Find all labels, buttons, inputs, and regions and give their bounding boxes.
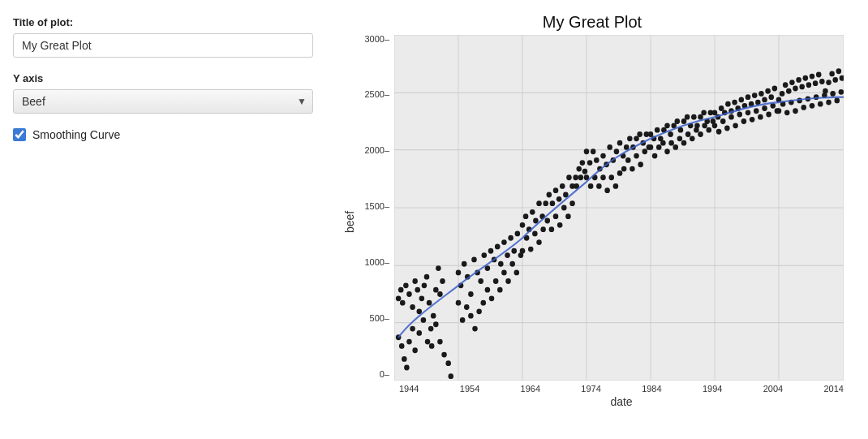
svg-point-233 bbox=[803, 75, 809, 80]
svg-point-78 bbox=[493, 278, 499, 284]
svg-point-37 bbox=[404, 364, 410, 370]
smoothing-checkbox[interactable] bbox=[13, 128, 26, 141]
chart-body: 0– 500– 1000– 1500– 2000– 2500– 3000– bbox=[360, 35, 844, 408]
svg-point-116 bbox=[569, 200, 575, 206]
svg-point-251 bbox=[801, 105, 806, 110]
y-tick: 3000– bbox=[360, 35, 389, 44]
svg-point-132 bbox=[624, 144, 630, 150]
svg-point-26 bbox=[424, 273, 430, 279]
y-tick: 0– bbox=[360, 370, 389, 379]
svg-point-66 bbox=[508, 235, 513, 240]
svg-point-99 bbox=[566, 174, 572, 180]
smoothing-row: Smoothing Curve bbox=[13, 128, 312, 141]
svg-point-179 bbox=[668, 140, 674, 145]
yaxis-select[interactable]: Beef Pork Chicken bbox=[13, 89, 313, 114]
svg-point-213 bbox=[728, 114, 734, 119]
svg-point-236 bbox=[813, 80, 819, 86]
svg-point-147 bbox=[617, 170, 623, 175]
svg-point-86 bbox=[523, 213, 529, 219]
svg-point-38 bbox=[406, 338, 412, 344]
svg-point-255 bbox=[818, 101, 823, 106]
x-tick: 1964 bbox=[521, 384, 540, 394]
y-tick: 2500– bbox=[360, 90, 389, 99]
svg-point-136 bbox=[637, 131, 642, 137]
svg-point-247 bbox=[784, 110, 790, 115]
svg-point-25 bbox=[422, 282, 428, 288]
x-tick: 1944 bbox=[399, 384, 419, 394]
svg-point-22 bbox=[415, 286, 420, 292]
svg-point-17 bbox=[400, 299, 406, 305]
svg-point-175 bbox=[652, 153, 658, 158]
svg-point-207 bbox=[768, 94, 774, 100]
svg-point-44 bbox=[429, 342, 435, 348]
svg-point-177 bbox=[660, 140, 666, 145]
svg-point-161 bbox=[668, 131, 673, 137]
x-tick: 2014 bbox=[823, 384, 843, 394]
x-ticks: 1944 1954 1964 1974 1984 1994 2004 2014 bbox=[399, 381, 844, 394]
svg-point-48 bbox=[445, 360, 451, 366]
svg-point-216 bbox=[741, 118, 747, 124]
svg-point-107 bbox=[532, 230, 538, 236]
svg-point-57 bbox=[478, 278, 483, 284]
svg-point-62 bbox=[495, 243, 501, 249]
svg-point-219 bbox=[754, 108, 759, 114]
plot-area bbox=[394, 35, 844, 381]
smoothing-label: Smoothing Curve bbox=[32, 128, 120, 141]
svg-point-123 bbox=[594, 157, 599, 163]
svg-point-35 bbox=[399, 342, 405, 348]
svg-point-125 bbox=[600, 153, 606, 158]
svg-point-151 bbox=[634, 153, 639, 158]
svg-point-241 bbox=[829, 71, 835, 76]
svg-point-240 bbox=[826, 80, 831, 85]
svg-point-215 bbox=[737, 111, 742, 117]
x-axis-label: date bbox=[399, 395, 844, 408]
svg-point-28 bbox=[428, 325, 434, 331]
svg-point-102 bbox=[576, 166, 582, 171]
svg-point-176 bbox=[656, 144, 662, 150]
svg-point-46 bbox=[437, 338, 443, 344]
svg-point-81 bbox=[505, 278, 511, 284]
x-tick: 1994 bbox=[703, 384, 722, 394]
svg-point-245 bbox=[776, 108, 782, 114]
svg-point-111 bbox=[549, 226, 555, 232]
svg-point-106 bbox=[528, 246, 534, 252]
svg-point-77 bbox=[489, 295, 495, 301]
svg-point-39 bbox=[410, 325, 415, 331]
svg-point-188 bbox=[707, 127, 712, 132]
x-tick: 1954 bbox=[460, 384, 479, 394]
svg-point-260 bbox=[839, 88, 844, 94]
svg-point-174 bbox=[648, 144, 654, 150]
svg-point-217 bbox=[746, 110, 751, 115]
svg-point-229 bbox=[789, 80, 795, 85]
svg-point-200 bbox=[746, 94, 751, 100]
svg-point-202 bbox=[752, 93, 758, 98]
svg-point-184 bbox=[690, 136, 695, 141]
svg-point-218 bbox=[750, 116, 755, 122]
svg-point-33 bbox=[440, 278, 445, 284]
svg-point-73 bbox=[472, 325, 478, 331]
svg-point-168 bbox=[691, 114, 697, 119]
svg-point-143 bbox=[600, 174, 606, 180]
svg-point-64 bbox=[501, 239, 507, 245]
svg-point-82 bbox=[509, 260, 515, 266]
svg-point-110 bbox=[544, 217, 550, 223]
svg-point-60 bbox=[488, 247, 494, 253]
svg-point-232 bbox=[799, 84, 805, 89]
svg-point-257 bbox=[826, 99, 831, 105]
x-tick: 2004 bbox=[763, 384, 783, 394]
svg-point-40 bbox=[412, 347, 418, 353]
svg-point-58 bbox=[482, 252, 488, 258]
svg-point-258 bbox=[830, 91, 836, 97]
svg-point-89 bbox=[533, 217, 539, 223]
svg-point-130 bbox=[617, 140, 623, 145]
svg-point-198 bbox=[739, 97, 745, 102]
svg-point-80 bbox=[501, 269, 507, 275]
svg-point-79 bbox=[497, 286, 503, 292]
svg-point-95 bbox=[553, 187, 559, 193]
svg-point-118 bbox=[578, 174, 584, 180]
svg-point-16 bbox=[398, 286, 404, 292]
title-input[interactable] bbox=[13, 33, 313, 58]
svg-point-47 bbox=[441, 351, 447, 357]
svg-point-249 bbox=[793, 108, 798, 114]
svg-point-242 bbox=[832, 76, 838, 82]
